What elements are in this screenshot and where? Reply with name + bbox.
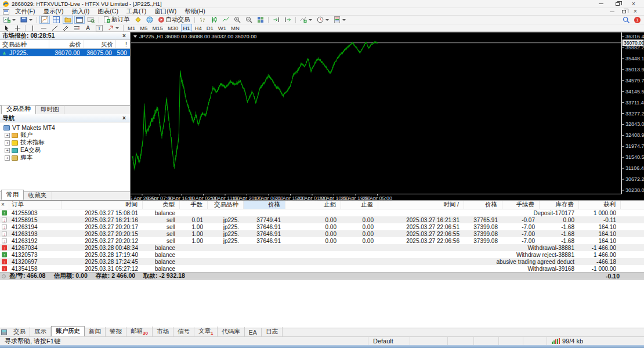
zoom-in-button[interactable] [232,16,243,24]
market-watch-button[interactable] [39,16,50,24]
status-connection[interactable]: 99/4 kb [547,337,644,345]
candlestick-mode-button[interactable] [209,16,219,24]
menu-item-2[interactable]: 插入(I) [67,8,93,14]
community-button[interactable] [144,16,155,24]
navigator-close-icon[interactable]: × [121,115,128,121]
terminal-tab-市场[interactable]: 市场 [153,327,173,336]
history-row-41320697[interactable]: ↓413206972025.03.28 17:24:45balanceabusi… [0,258,644,265]
market-watch-column-0[interactable]: 交易品种 [0,40,49,48]
fibonacci-tool-button[interactable] [72,24,82,32]
history-row-41258915[interactable]: ↓412589152025.03.27 16:21:16sell0.01jp22… [0,216,644,223]
bar-chart-mode-button[interactable] [197,16,208,24]
menu-item-5[interactable]: 窗口(W) [150,8,180,14]
navigator-tab-收藏夹[interactable]: 收藏夹 [24,191,52,200]
history-column-9[interactable]: 价格 [464,201,502,209]
history-row-41263194[interactable]: ↓412631942025.03.27 20:20:17sell1.00jp22… [0,223,644,230]
autotrading-button[interactable]: 自动交易 [156,16,192,24]
vertical-line-tool-button[interactable] [28,24,38,32]
profiles-button[interactable] [19,16,34,24]
terminal-tab-信号[interactable]: 信号 [173,327,194,336]
templates-button[interactable] [332,16,348,24]
menu-item-3[interactable]: 图表(C) [93,8,122,14]
notification-icon[interactable]: 1 [634,17,641,23]
search-button[interactable] [621,16,632,24]
text-tool-button[interactable]: A [83,24,93,32]
restore-button[interactable] [609,0,625,8]
history-column-2[interactable]: 类型 [143,201,180,209]
chart-canvas[interactable]: 36316.4035882.2035448.1035013.9034579.70… [131,32,644,201]
text-label-tool-button[interactable]: T [94,24,104,32]
arrows-tool-button[interactable] [106,24,121,32]
strategy-tester-button[interactable] [86,16,96,24]
market-watch-column-3[interactable]: ! [116,40,129,48]
timeframe-mn-button[interactable]: MN [229,24,241,32]
status-profile[interactable]: Default [368,337,410,345]
timeframe-d1-button[interactable]: D1 [205,24,215,32]
data-window-button[interactable] [51,16,61,24]
navigator-item-0[interactable]: +账户 [1,132,129,139]
history-column-5[interactable]: 价格 [244,201,285,209]
menu-item-0[interactable]: 文件(F) [11,8,39,14]
history-column-0[interactable]: 订单 [9,201,61,209]
timeframe-m1-button[interactable]: M1 [126,24,137,32]
history-column-6[interactable]: 止损 [285,201,341,209]
tile-windows-button[interactable] [255,16,266,24]
history-row-41255903[interactable]: ↑412559032025.03.27 15:08:01balanceDepos… [0,209,644,216]
timeframe-h1-button[interactable]: H1 [181,24,191,32]
terminal-tab-交易[interactable]: 交易 [9,327,30,336]
symbol-row-jp225[interactable]: ▲ JP225. 36070.00 36075.00 500 [0,49,130,56]
mdi-restore-button[interactable] [620,8,628,16]
history-column-8[interactable]: 时间 / [378,201,464,209]
crosshair-tool-button[interactable] [13,24,23,32]
price-chart[interactable]: 36316.4035882.2035448.1035013.9034579.70… [131,32,644,200]
terminal-tab-文章[interactable]: 文章1 [194,327,218,336]
history-column-10[interactable]: 手续费 [502,201,540,209]
terminal-tab-展示[interactable]: 展示 [30,327,51,336]
close-button[interactable]: × [625,0,642,8]
navigator-root[interactable]: VT Makets MT4 [1,124,129,131]
expand-plus-icon[interactable]: + [5,148,10,153]
terminal-grip-icon[interactable] [1,329,7,335]
expand-plus-icon[interactable]: + [5,140,10,146]
timeframe-m5-button[interactable]: M5 [138,24,149,32]
timeframe-h4-button[interactable]: H4 [193,24,204,32]
channel-tool-button[interactable] [61,24,71,32]
chart-window-icon[interactable] [3,9,9,14]
history-row-41263192[interactable]: ↓412631922025.03.27 20:20:12sell1.00jp22… [0,237,644,244]
market-watch-column-1[interactable]: 卖价 [49,40,84,48]
new-order-button[interactable]: 新订单 [102,16,132,24]
menu-item-4[interactable]: 工具(T) [122,8,150,14]
terminal-tab-警报[interactable]: 警报 [106,327,126,336]
expand-plus-icon[interactable]: + [5,133,10,138]
periods-button[interactable] [315,16,331,24]
terminal-tab-账户历史[interactable]: 账户历史 [51,326,85,336]
navigator-item-3[interactable]: +脚本 [1,154,129,161]
terminal-tab-新闻[interactable]: 新闻 [85,327,106,336]
history-column-4[interactable]: 交易品种 [208,201,244,209]
history-column-3[interactable]: 手数 [180,201,208,209]
history-column-12[interactable]: 获利 [579,201,621,209]
navigator-button[interactable] [63,16,73,24]
navigator-tab-常用[interactable]: 常用 [1,190,24,200]
history-row-41354158[interactable]: ↓413541582025.03.31 05:27:12balanceWithd… [0,265,644,272]
terminal-tab-代码库[interactable]: 代码库 [218,327,245,336]
history-column-1[interactable]: 时间 [61,201,143,209]
terminal-close-icon[interactable]: × [1,201,5,208]
menu-item-1[interactable]: 显示(V) [39,8,67,14]
terminal-tab-日志[interactable]: 日志 [262,327,283,336]
metaeditor-button[interactable] [133,16,143,24]
trendline-tool-button[interactable] [50,24,60,32]
new-chart-button[interactable] [2,16,17,24]
timeframe-m30-button[interactable]: M30 [166,24,180,32]
zoom-out-button[interactable] [244,16,254,24]
indicators-button[interactable] [298,16,314,24]
minimize-button[interactable] [593,0,609,8]
history-column-7[interactable]: 止盈 [341,201,378,209]
history-column-11[interactable]: 库存费 [540,201,579,209]
navigator-item-1[interactable]: +技术指标 [1,139,129,146]
horizontal-line-tool-button[interactable] [39,24,49,32]
timeframe-m15-button[interactable]: M15 [150,24,164,32]
chart-shift-button[interactable] [283,16,293,24]
mdi-close-button[interactable]: × [631,8,639,16]
timeframe-w1-button[interactable]: W1 [216,24,228,32]
